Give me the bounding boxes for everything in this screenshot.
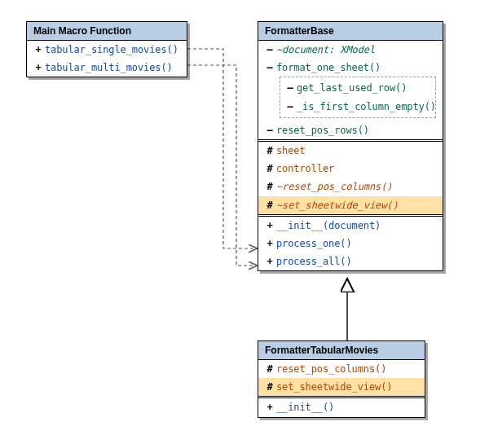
visibility-protected-icon: # [263, 162, 276, 175]
edge-dependency-multi-to-process-all [187, 65, 258, 266]
member-row: # controller [258, 160, 443, 178]
member-label: _is_first_column_empty() [297, 100, 436, 113]
visibility-private-icon: – [284, 81, 297, 94]
visibility-public-icon: + [32, 61, 45, 74]
member-row: + process_one() [258, 235, 443, 253]
visibility-private-icon: – [263, 43, 276, 56]
class-formatter-tabular-movies: FormatterTabularMovies # reset_pos_colum… [258, 340, 425, 418]
member-row: – reset_pos_rows() [258, 121, 443, 139]
member-label: ~document: XModel [276, 43, 375, 56]
member-row: – ~document: XModel [258, 41, 443, 59]
visibility-private-icon: – [263, 61, 276, 74]
member-label: set_sheetwide_view() [276, 380, 393, 393]
member-label: process_all() [276, 255, 352, 268]
visibility-public-icon: + [263, 401, 276, 414]
visibility-private-icon: – [284, 100, 297, 113]
member-row: + __init__(document) [258, 214, 443, 235]
member-label: controller [276, 162, 334, 175]
visibility-public-icon: + [263, 237, 276, 250]
member-label: ~set_sheetwide_view() [276, 199, 399, 212]
member-row: – get_last_used_row() [280, 79, 435, 97]
visibility-public-icon: + [263, 255, 276, 268]
nested-frame: – get_last_used_row() – _is_first_column… [280, 77, 436, 117]
member-row: # sheet [258, 139, 443, 160]
visibility-protected-icon: # [263, 362, 276, 376]
member-row: # reset_pos_columns() [258, 360, 425, 378]
class-title: Main Macro Function [27, 22, 187, 41]
member-row: + tabular_single_movies() [27, 41, 187, 59]
visibility-public-icon: + [32, 43, 45, 56]
member-label: tabular_multi_movies() [45, 61, 173, 74]
diagram-canvas: Main Macro Function + tabular_single_mov… [0, 0, 489, 448]
member-label: reset_pos_rows() [276, 124, 369, 137]
edge-dependency-single-to-process-one [187, 49, 258, 248]
member-row-highlighted: # ~set_sheetwide_view() [258, 196, 443, 214]
member-label: process_one() [276, 237, 352, 250]
visibility-protected-icon: # [263, 144, 276, 157]
visibility-protected-icon: # [263, 380, 276, 393]
visibility-protected-icon: # [263, 199, 276, 212]
member-label: get_last_used_row() [297, 81, 407, 94]
visibility-protected-icon: # [263, 180, 276, 193]
member-label: tabular_single_movies() [45, 43, 178, 56]
visibility-private-icon: – [263, 124, 276, 137]
member-row: – _is_first_column_empty() [280, 98, 435, 116]
class-title: FormatterTabularMovies [258, 341, 425, 360]
class-title: FormatterBase [258, 22, 443, 41]
member-row-highlighted: # set_sheetwide_view() [258, 378, 425, 396]
member-label: __init__(document) [276, 219, 381, 232]
member-row: + process_all() [258, 253, 443, 270]
member-label: format_one_sheet() [276, 61, 381, 74]
member-row: + tabular_multi_movies() [27, 59, 187, 77]
member-row: # ~reset_pos_columns() [258, 178, 443, 195]
visibility-public-icon: + [263, 219, 276, 232]
member-row: – format_one_sheet() [258, 59, 443, 77]
member-label: ~reset_pos_columns() [276, 180, 393, 193]
class-formatter-base: FormatterBase – ~document: XModel – form… [258, 21, 443, 271]
class-main-macro-function: Main Macro Function + tabular_single_mov… [26, 21, 187, 77]
member-label: reset_pos_columns() [276, 362, 386, 376]
member-label: sheet [276, 144, 306, 157]
member-row: + __init__() [258, 396, 425, 416]
member-label: __init__() [276, 401, 334, 414]
